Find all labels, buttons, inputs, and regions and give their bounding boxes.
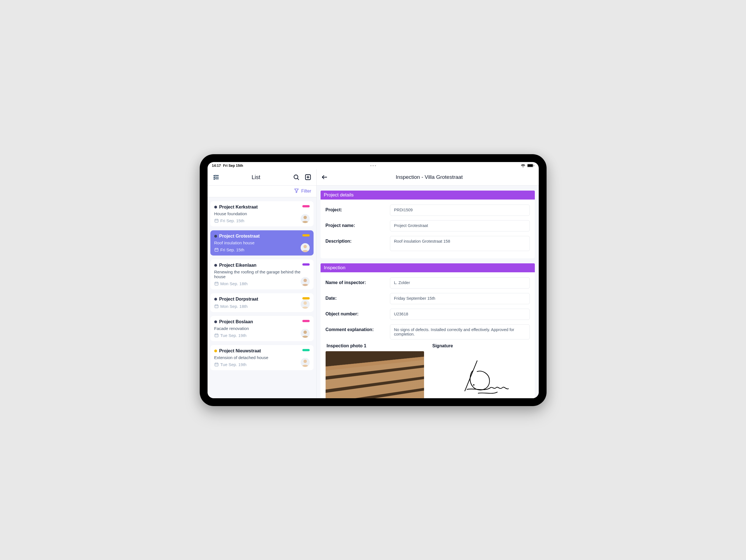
list-item-title: Project Boslaan <box>219 319 253 324</box>
label-signature: Signature <box>431 343 530 348</box>
svg-point-41 <box>304 331 307 334</box>
status-dot-icon <box>214 349 217 352</box>
avatar <box>301 358 310 367</box>
section-header-inspection: Inspection <box>320 263 535 272</box>
avatar <box>301 277 310 286</box>
left-panel-header: List <box>207 169 316 186</box>
filter-label: Filter <box>301 189 311 194</box>
list-item-date-row: Tue Sep. 19th <box>214 362 310 367</box>
label-date: Date: <box>325 293 384 301</box>
list-item-date: Tue Sep. 19th <box>221 333 247 338</box>
list-item-subtitle: Roof insulation house <box>214 241 310 245</box>
list-item-title: Project Dorpstraat <box>219 297 258 302</box>
filter-icon <box>294 188 299 194</box>
list-item-title: Project Eikenlaan <box>219 263 257 268</box>
tablet-frame: 14:17 Fri Sep 15th <box>200 154 547 406</box>
status-dot-icon <box>214 264 217 267</box>
svg-rect-56 <box>325 351 424 398</box>
svg-rect-1 <box>527 164 533 167</box>
menu-list-icon[interactable] <box>211 173 221 181</box>
svg-rect-2 <box>534 165 534 166</box>
battery-icon <box>527 164 534 167</box>
list-item-subtitle: House foundation <box>214 211 310 216</box>
project-list[interactable]: Project KerkstraatHouse foundationFri Se… <box>207 197 316 398</box>
project-list-item[interactable]: Project BoslaanFacade renovationTue Sep.… <box>210 316 314 341</box>
svg-rect-12 <box>215 219 218 222</box>
tablet-screen: 14:17 Fri Sep 15th <box>207 162 539 398</box>
section-project-details: Project: PRDI1509 Project name: Project … <box>320 199 535 258</box>
list-item-date: Mon Sep. 18th <box>221 304 248 309</box>
list-item-date: Mon Sep. 18th <box>221 281 248 286</box>
left-panel-title: List <box>223 174 289 180</box>
list-item-subtitle: Extension of detached house <box>214 355 310 360</box>
value-inspector[interactable]: L. Zolder <box>390 277 530 288</box>
calendar-icon <box>214 304 219 308</box>
project-list-item[interactable]: Project EikenlaanRenewing the roofing of… <box>210 259 314 289</box>
label-description: Description: <box>325 236 384 244</box>
status-dot-icon <box>214 320 217 323</box>
project-list-item[interactable]: Project GrotestraatRoof insulation house… <box>210 230 314 255</box>
value-comment[interactable]: No signs of defects. Installed correctly… <box>390 324 530 339</box>
value-project-name[interactable]: Project Grotestraat <box>390 220 530 231</box>
tag-pill-icon <box>303 320 310 322</box>
svg-point-47 <box>304 360 307 363</box>
list-item-date: Tue Sep. 19th <box>221 362 247 367</box>
value-project[interactable]: PRDI1509 <box>390 204 530 216</box>
list-item-date: Fri Sep. 15th <box>221 218 245 223</box>
multitasking-dots-icon[interactable] <box>370 165 376 166</box>
left-panel: List Filter Project KerkstraatHouse foun… <box>207 169 317 398</box>
label-project-name: Project name: <box>325 220 384 228</box>
svg-rect-30 <box>215 305 218 308</box>
list-item-date-row: Fri Sep. 15th <box>214 218 310 223</box>
svg-rect-24 <box>215 282 218 285</box>
calendar-icon <box>214 362 219 367</box>
label-photo: Inspection photo 1 <box>325 343 424 348</box>
project-list-item[interactable]: Project DorpstraatMon Sep. 18th <box>210 293 314 312</box>
label-object-number: Object number: <box>325 309 384 316</box>
list-item-subtitle: Renewing the roofing of the garage behin… <box>214 270 310 279</box>
back-button[interactable] <box>321 174 329 180</box>
svg-point-23 <box>304 245 307 248</box>
list-item-title: Project Kerkstraat <box>219 204 258 209</box>
svg-line-7 <box>297 178 299 180</box>
calendar-icon <box>214 333 219 337</box>
inspection-photo[interactable] <box>325 351 424 398</box>
label-comment: Comment explanation: <box>325 324 384 332</box>
project-list-item[interactable]: Project KerkstraatHouse foundationFri Se… <box>210 201 314 226</box>
svg-point-29 <box>304 279 307 282</box>
signature-image[interactable] <box>431 351 530 398</box>
value-object-number[interactable]: U23618 <box>390 309 530 320</box>
status-time: 14:17 <box>212 164 221 168</box>
list-item-date-row: Fri Sep. 15th <box>214 247 310 252</box>
wifi-icon <box>521 164 525 167</box>
filter-button[interactable]: Filter <box>207 186 316 197</box>
svg-rect-42 <box>215 363 218 366</box>
tag-pill-icon <box>303 205 310 207</box>
tag-pill-icon <box>303 234 310 236</box>
section-header-project-details: Project details <box>320 191 535 199</box>
tag-pill-icon <box>303 349 310 351</box>
list-item-title: Project Grotestraat <box>219 234 260 239</box>
value-description[interactable]: Roof insulation Grotestraat 158 <box>390 236 530 251</box>
detail-panel: Inspection - Villa Grotestraat Project d… <box>317 169 539 398</box>
svg-point-60 <box>473 385 474 385</box>
list-item-subtitle: Facade renovation <box>214 326 310 331</box>
search-icon[interactable] <box>292 173 301 181</box>
avatar <box>301 329 310 338</box>
value-date[interactable]: Friday September 15th <box>390 293 530 304</box>
list-item-date-row: Mon Sep. 18th <box>214 281 310 286</box>
list-item-title: Project Nieuwstraat <box>219 348 261 354</box>
calendar-icon <box>214 247 219 252</box>
add-icon[interactable] <box>304 173 312 181</box>
label-project: Project: <box>325 204 384 213</box>
avatar <box>301 300 310 309</box>
avatar <box>301 214 310 223</box>
svg-rect-36 <box>215 334 218 337</box>
status-dot-icon <box>214 298 217 301</box>
status-bar: 14:17 Fri Sep 15th <box>207 162 539 169</box>
project-list-item[interactable]: Project NieuwstraatExtension of detached… <box>210 345 314 370</box>
list-item-date-row: Tue Sep. 19th <box>214 333 310 338</box>
list-item-date-row: Mon Sep. 18th <box>214 304 310 309</box>
status-date: Fri Sep 15th <box>223 164 243 168</box>
calendar-icon <box>214 281 219 286</box>
